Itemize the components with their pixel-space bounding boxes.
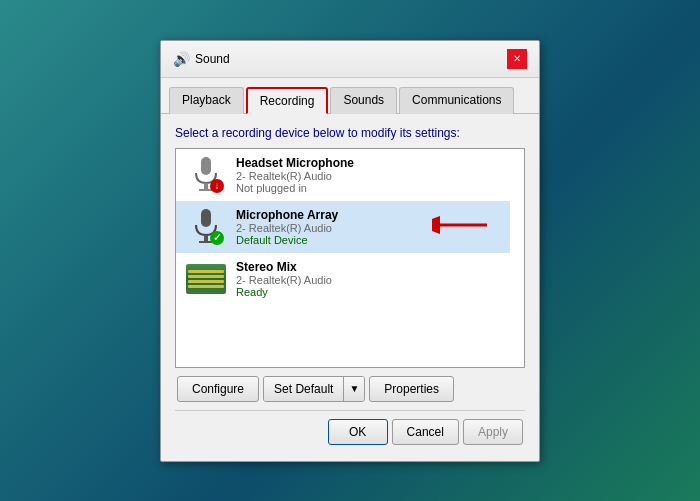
headset-sub: 2- Realtek(R) Audio <box>236 170 500 182</box>
device-item-stereo-mix[interactable]: Stereo Mix 2- Realtek(R) Audio Ready <box>176 253 510 305</box>
tab-playback[interactable]: Playback <box>169 87 244 114</box>
mic-array-name: Microphone Array <box>236 208 500 222</box>
headset-mic-icon: ↓ <box>186 155 226 195</box>
mic-array-status-badge: ✓ <box>210 231 224 245</box>
mic-array-sub: 2- Realtek(R) Audio <box>236 222 500 234</box>
stereo-mix-name: Stereo Mix <box>236 260 500 274</box>
set-default-split[interactable]: Set Default ▼ <box>263 376 365 402</box>
title-bar-left: 🔊 Sound <box>173 51 230 67</box>
stereo-mix-icon <box>186 259 226 299</box>
tab-sounds[interactable]: Sounds <box>330 87 397 114</box>
sound-icon: 🔊 <box>173 51 189 67</box>
tab-recording[interactable]: Recording <box>246 87 329 114</box>
svg-rect-4 <box>204 235 208 241</box>
mic-array-info: Microphone Array 2- Realtek(R) Audio Def… <box>236 208 500 246</box>
dialog-title: Sound <box>195 52 230 66</box>
configure-button[interactable]: Configure <box>177 376 259 402</box>
device-item-headset[interactable]: ↓ Headset Microphone 2- Realtek(R) Audio… <box>176 149 510 201</box>
sound-dialog: 🔊 Sound ✕ Playback Recording Sounds Comm… <box>160 40 540 462</box>
device-item-mic-array[interactable]: ✓ Microphone Array 2- Realtek(R) Audio D… <box>176 201 510 253</box>
close-button[interactable]: ✕ <box>507 49 527 69</box>
headset-name: Headset Microphone <box>236 156 500 170</box>
svg-rect-0 <box>201 157 211 175</box>
device-list[interactable]: ↓ Headset Microphone 2- Realtek(R) Audio… <box>175 148 525 368</box>
tab-bar: Playback Recording Sounds Communications <box>161 78 539 114</box>
properties-button[interactable]: Properties <box>369 376 454 402</box>
apply-button[interactable]: Apply <box>463 419 523 445</box>
headset-status: Not plugged in <box>236 182 500 194</box>
set-default-button[interactable]: Set Default <box>264 377 344 401</box>
stereo-mix-info: Stereo Mix 2- Realtek(R) Audio Ready <box>236 260 500 298</box>
headset-status-badge: ↓ <box>210 179 224 193</box>
tab-communications[interactable]: Communications <box>399 87 514 114</box>
ok-button[interactable]: OK <box>328 419 388 445</box>
mic-array-icon: ✓ <box>186 207 226 247</box>
title-bar: 🔊 Sound ✕ <box>161 41 539 78</box>
dialog-content: Select a recording device below to modif… <box>161 114 539 461</box>
action-buttons-row: Configure Set Default ▼ Properties <box>175 376 525 402</box>
cancel-button[interactable]: Cancel <box>392 419 459 445</box>
svg-rect-3 <box>201 209 211 227</box>
set-default-arrow-button[interactable]: ▼ <box>344 377 364 401</box>
stereo-mix-sub: 2- Realtek(R) Audio <box>236 274 500 286</box>
device-list-inner: ↓ Headset Microphone 2- Realtek(R) Audio… <box>176 149 524 305</box>
mic-array-status: Default Device <box>236 234 500 246</box>
dialog-buttons-row: OK Cancel Apply <box>175 410 525 449</box>
svg-rect-1 <box>204 183 208 189</box>
description-text: Select a recording device below to modif… <box>175 126 525 140</box>
headset-info: Headset Microphone 2- Realtek(R) Audio N… <box>236 156 500 194</box>
stereo-mix-status: Ready <box>236 286 500 298</box>
